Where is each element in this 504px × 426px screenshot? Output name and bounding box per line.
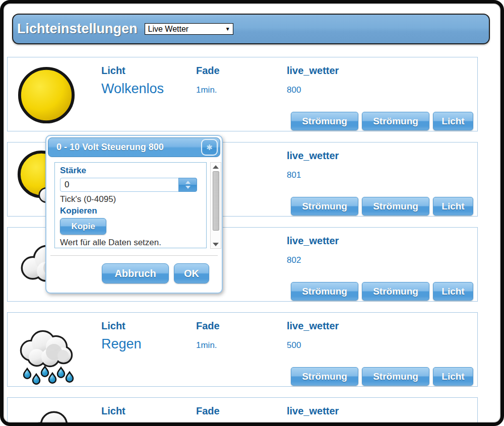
live-wetter-value: 801 — [287, 170, 339, 180]
ticks-hint: Tick's (0-4095) — [60, 194, 201, 204]
scrollbar-down-icon[interactable] — [212, 242, 219, 247]
live-wetter-column: live_wetter 802 — [287, 235, 339, 265]
preset-select[interactable]: Live Wetter ▼ — [145, 23, 233, 35]
licht-button[interactable]: Licht — [433, 197, 473, 216]
live-wetter-header: live_wetter — [287, 405, 339, 417]
fade-header: Fade — [196, 64, 220, 77]
stroemung-button-2[interactable]: Strömung — [362, 197, 429, 216]
fade-column: Fade — [196, 405, 220, 425]
live-wetter-value: 500 — [287, 340, 339, 350]
live-wetter-column: live_wetter 800 — [287, 64, 339, 95]
licht-header: Licht — [101, 64, 164, 77]
licht-button[interactable]: Licht — [433, 282, 473, 301]
live-wetter-value: 802 — [287, 255, 339, 265]
live-wetter-header: live_wetter — [287, 235, 339, 247]
licht-button[interactable]: Licht — [433, 367, 473, 386]
stroemung-button-2[interactable]: Strömung — [362, 282, 429, 301]
fade-header: Fade — [196, 405, 220, 417]
licht-column: Licht Wolkenlos — [101, 64, 164, 97]
cloud-icon — [23, 406, 83, 426]
page-title: Lichteinstellungen — [17, 21, 138, 37]
fade-header: Fade — [196, 320, 220, 332]
licht-column: Licht Regen — [101, 320, 142, 352]
spinner-up-icon[interactable] — [185, 181, 191, 184]
live-wetter-value: 800 — [287, 85, 339, 95]
dialog-actions: Abbruch OK — [46, 263, 209, 283]
row-buttons: Strömung Strömung Licht — [291, 367, 473, 386]
live-wetter-header: live_wetter — [287, 320, 339, 332]
stroemung-button-2[interactable]: Strömung — [362, 112, 429, 130]
stroemung-button-1[interactable]: Strömung — [291, 367, 358, 386]
fade-value: 1min. — [196, 340, 220, 350]
licht-header: Licht — [101, 320, 142, 332]
ok-button[interactable]: OK — [174, 263, 209, 283]
licht-header: Licht — [101, 405, 125, 417]
close-button[interactable]: ✱ — [201, 139, 218, 156]
spinner-down-icon[interactable] — [185, 186, 191, 189]
cancel-button[interactable]: Abbruch — [102, 263, 169, 283]
row-buttons: Strömung Strömung Licht — [291, 112, 473, 130]
scrollbar-thumb[interactable] — [213, 171, 219, 231]
kopie-button[interactable]: Kopie — [60, 218, 106, 235]
live-wetter-header: live_wetter — [287, 64, 339, 77]
rain-cloud-icon — [15, 327, 80, 387]
row-buttons: Strömung Strömung Licht — [291, 197, 473, 216]
staerke-input-value: 0 — [60, 178, 197, 191]
kopieren-label: Kopieren — [60, 206, 201, 216]
weather-row-partial: Licht Fade live_wetter — [7, 397, 478, 426]
licht-column: Licht — [101, 405, 125, 421]
weather-row-wolkenlos: Licht Wolkenlos Fade 1min. live_wetter 8… — [7, 57, 478, 131]
close-icon: ✱ — [206, 143, 213, 152]
stroemung-button-1[interactable]: Strömung — [291, 112, 358, 130]
staerke-input[interactable]: 0 — [60, 178, 197, 192]
staerke-label: Stärke — [60, 166, 201, 176]
live-wetter-column: live_wetter 801 — [287, 150, 339, 180]
live-wetter-column: live_wetter 500 — [287, 320, 339, 350]
dialog-content-box: Stärke 0 Tick's (0-4095) Kopieren Kopie … — [54, 162, 207, 248]
fade-column: Fade 1min. — [196, 320, 220, 350]
live-wetter-header: live_wetter — [287, 150, 339, 162]
live-wetter-column: live_wetter — [287, 405, 339, 425]
dialog-separator — [50, 255, 218, 256]
licht-value: Regen — [101, 336, 142, 352]
dialog-scrollbar[interactable] — [210, 162, 221, 249]
scrollbar-up-icon[interactable] — [212, 164, 219, 169]
row-buttons: Strömung Strömung Licht — [291, 282, 473, 301]
fade-column: Fade 1min. — [196, 64, 220, 95]
light-settings-window: Lichteinstellungen Live Wetter ▼ Licht W… — [0, 0, 504, 426]
licht-value: Wolkenlos — [101, 81, 164, 97]
stroemung-button-1[interactable]: Strömung — [291, 282, 358, 301]
stroemung-button-2[interactable]: Strömung — [362, 367, 429, 386]
staerke-spinner[interactable] — [178, 178, 197, 192]
dialog-title: 0 - 10 Volt Steuerung 800 — [48, 142, 164, 153]
fade-value: 1min. — [196, 85, 220, 95]
dialog-titlebar[interactable]: 0 - 10 Volt Steuerung 800 ✱ — [48, 137, 220, 157]
sun-icon — [17, 65, 76, 127]
set-all-hint: Wert für alle Daten setzen. — [60, 238, 201, 248]
stroemung-button-1[interactable]: Strömung — [291, 197, 358, 216]
licht-button[interactable]: Licht — [433, 112, 473, 130]
preset-select-value: Live Wetter — [148, 25, 189, 34]
volt-control-dialog: 0 - 10 Volt Steuerung 800 ✱ Stärke 0 Tic… — [45, 135, 223, 294]
header-bar: Lichteinstellungen Live Wetter ▼ — [12, 14, 490, 44]
dropdown-arrow-icon: ▼ — [225, 26, 230, 32]
weather-row-regen: Licht Regen Fade 1min. live_wetter 500 S… — [7, 312, 478, 387]
